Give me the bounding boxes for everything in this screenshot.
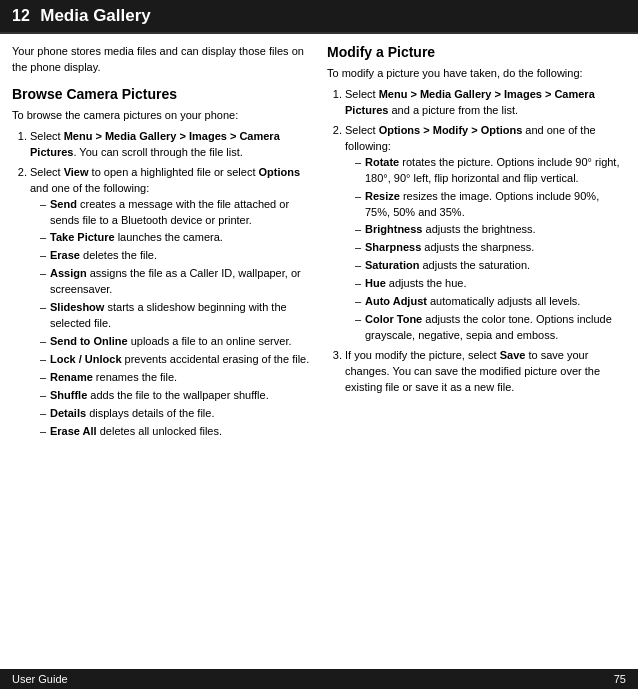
- section1-subheading: To browse the camera pictures on your ph…: [12, 108, 311, 124]
- subitem-send: Send creates a message with the file att…: [40, 197, 311, 229]
- subitem-assign: Assign assigns the file as a Caller ID, …: [40, 266, 311, 298]
- modify-step2-subitems: Rotate rotates the picture. Options incl…: [345, 155, 626, 344]
- modify-step2-bold: Options > Modify > Options: [379, 124, 523, 136]
- page-footer: User Guide 75: [0, 669, 638, 689]
- subitem-send-to-online: Send to Online uploads a file to an onli…: [40, 334, 311, 350]
- section1-heading: Browse Camera Pictures: [12, 86, 311, 102]
- step2-subitems: Send creates a message with the file att…: [30, 197, 311, 440]
- modify-step1-bold: Menu > Media Gallery > Images > Camera P…: [345, 88, 595, 116]
- subitem-slideshow: Slideshow starts a slideshow beginning w…: [40, 300, 311, 332]
- mod-subitem-hue: Hue adjusts the hue.: [355, 276, 626, 292]
- mod-subitem-color-tone: Color Tone adjusts the color tone. Optio…: [355, 312, 626, 344]
- modify-step-2: Select Options > Modify > Options and on…: [345, 123, 626, 344]
- section2-intro: To modify a picture you have taken, do t…: [327, 66, 626, 82]
- subitem-lock-unlock: Lock / Unlock prevents accidental erasin…: [40, 352, 311, 368]
- right-column: Modify a Picture To modify a picture you…: [327, 44, 626, 445]
- mod-subitem-auto-adjust: Auto Adjust automatically adjusts all le…: [355, 294, 626, 310]
- step2-view-bold: View: [64, 166, 89, 178]
- mod-subitem-sharpness: Sharpness adjusts the sharpness.: [355, 240, 626, 256]
- subitem-erase: Erase deletes the file.: [40, 248, 311, 264]
- footer-right: 75: [614, 673, 626, 685]
- section1-steps: Select Menu > Media Gallery > Images > C…: [12, 129, 311, 440]
- section2-heading: Modify a Picture: [327, 44, 626, 60]
- subitem-details: Details displays details of the file.: [40, 406, 311, 422]
- content-area: Your phone stores media files and can di…: [0, 34, 638, 485]
- mod-subitem-rotate: Rotate rotates the picture. Options incl…: [355, 155, 626, 187]
- modify-step-1: Select Menu > Media Gallery > Images > C…: [345, 87, 626, 119]
- modify-step3-save-bold: Save: [500, 349, 526, 361]
- step-1: Select Menu > Media Gallery > Images > C…: [30, 129, 311, 161]
- mod-subitem-saturation: Saturation adjusts the saturation.: [355, 258, 626, 274]
- subitem-take-picture: Take Picture launches the camera.: [40, 230, 311, 246]
- page-title: Media Gallery: [40, 6, 151, 25]
- subitem-erase-all: Erase All deletes all unlocked files.: [40, 424, 311, 440]
- modify-step-3: If you modify the picture, select Save t…: [345, 348, 626, 396]
- section2-steps: Select Menu > Media Gallery > Images > C…: [327, 87, 626, 396]
- step2-options-bold: Options: [259, 166, 301, 178]
- subitem-shuffle: Shuffle adds the file to the wallpaper s…: [40, 388, 311, 404]
- mod-subitem-resize: Resize resizes the image. Options includ…: [355, 189, 626, 221]
- intro-text: Your phone stores media files and can di…: [12, 44, 311, 76]
- step-2: Select View to open a highlighted file o…: [30, 165, 311, 440]
- footer-left: User Guide: [12, 673, 68, 685]
- step1-bold: Menu > Media Gallery > Images > Camera P…: [30, 130, 280, 158]
- chapter-number: 12: [12, 7, 30, 24]
- subitem-rename: Rename renames the file.: [40, 370, 311, 386]
- page-header: 12 Media Gallery: [0, 0, 638, 34]
- mod-subitem-brightness: Brightness adjusts the brightness.: [355, 222, 626, 238]
- left-column: Your phone stores media files and can di…: [12, 44, 311, 445]
